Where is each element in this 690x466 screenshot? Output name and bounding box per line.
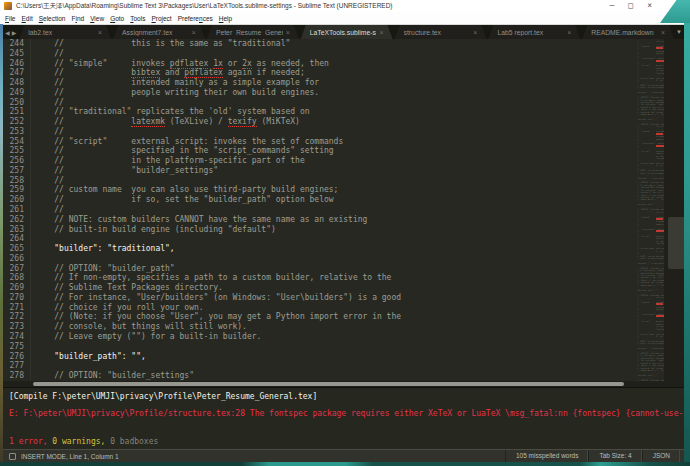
menu-edit[interactable]: Edit [19,15,36,22]
code-line-272[interactable]: // (Note: if you choose "User", you may … [35,312,632,322]
line-number: 265 [3,244,24,254]
menu-tools[interactable]: Tools [127,15,148,22]
tab-scroll-left-icon[interactable]: ◀ [5,29,10,36]
code-line-270[interactable]: // For instance, "User/builders" (on Win… [35,293,632,303]
tab-peter-resume-general-tex[interactable]: Peter_Resume_General.tex× [207,25,299,39]
menu-project[interactable]: Project [148,15,174,22]
menu-goto[interactable]: Goto [107,15,127,22]
build-summary-line: 1 error, 0 warnings, 0 badboxes [9,436,686,447]
line-number: 249 [3,88,24,98]
line-number: 264 [3,234,24,244]
code-line-268[interactable]: // If non-empty, specifies a path to a c… [35,273,632,283]
code-line-271[interactable]: // choice if you roll your own. [35,303,632,313]
code-line-269[interactable]: // Sublime Text Packages directory. [35,283,632,293]
code-line-275[interactable] [35,342,632,352]
code-line-265[interactable]: "builder": "traditional", [35,244,632,254]
tab-lab5-report-tex[interactable]: Lab5 report.tex× [488,25,580,39]
code-line-251[interactable]: // "traditional" replicates the 'old' sy… [35,107,632,117]
tab-close-icon[interactable]: × [379,29,383,36]
line-number: 266 [3,254,24,264]
code-line-255[interactable]: // specified in the "script_commands" se… [35,146,632,156]
sublime-text-window: C:\Users\王天泽\AppData\Roaming\Sublime Tex… [0,0,690,466]
code-line-264[interactable] [35,234,632,244]
code-line-253[interactable]: // [35,127,632,137]
code-line-245[interactable]: // [35,49,632,59]
build-output-panel: [Compile F:\peter\UMJI\privacy\Profile\P… [3,387,690,449]
desktop-wallpaper-left-edge [0,24,3,462]
menu-view[interactable]: View [87,15,107,22]
code-line-247[interactable]: // bibtex and pdflatex again if needed; [35,68,632,78]
code-line-248[interactable]: // intended mainly as a simple example f… [35,78,632,88]
code-line-252[interactable]: // latexmk (TeXLive) / texify (MiKTeX) [35,117,632,127]
code-line-246[interactable]: // "simple" invokes pdflatex 1x or 2x as… [35,59,632,69]
line-number: 278 [3,371,24,381]
tab-label: lab2.tex [28,29,95,36]
line-number: 274 [3,332,24,342]
line-number: 273 [3,322,24,332]
tab-overflow-icon[interactable]: ▼ [676,25,682,39]
build-summary-muted: 0 badboxes [105,437,158,446]
tab-label: Assignment7.tex [122,29,189,36]
tab-close-icon[interactable]: × [192,29,196,36]
code-line-256[interactable]: // in the platform-specific part of the [35,156,632,166]
line-number: 262 [3,215,24,225]
build-compile-line: [Compile F:\peter\UMJI\privacy\Profile\P… [9,391,686,402]
minimap[interactable]: // this is the same as "traditional" // … [632,39,664,381]
line-number: 250 [3,98,24,108]
code-line-261[interactable]: // [35,205,632,215]
code-line-276[interactable]: "builder_path": "", [35,352,632,362]
desktop-wallpaper-right-edge [684,22,690,466]
code-line-259[interactable]: // custom name you can also use third-pa… [35,185,632,195]
tab-label: structure.tex [404,29,471,36]
code-line-266[interactable] [35,254,632,264]
menu-file[interactable]: File [2,15,19,22]
code-line-250[interactable]: // [35,98,632,108]
line-number: 245 [3,49,24,59]
line-number: 268 [3,273,24,283]
tab-structure-tex[interactable]: structure.tex× [395,25,487,39]
code-line-254[interactable]: // "script" external script: invokes the… [35,137,632,147]
code-line-273[interactable]: // console, but things will still work). [35,322,632,332]
line-number: 260 [3,195,24,205]
code-line-278[interactable]: // OPTION: "builder_settings" [35,371,632,381]
tab-close-icon[interactable]: × [286,29,290,36]
line-number: 272 [3,312,24,322]
code-line-267[interactable]: // OPTION: "builder_path" [35,264,632,274]
tab-close-icon[interactable]: × [98,29,102,36]
close-button[interactable]: × [647,0,652,12]
tab-assignment7-tex[interactable]: Assignment7.tex× [113,25,205,39]
tab-close-icon[interactable]: × [661,29,665,36]
tabs-strip: lab2.tex×Assignment7.tex×Peter_Resume_Ge… [19,25,690,39]
code-line-249[interactable]: // people writing their own build engine… [35,88,632,98]
line-number-gutter: 2442452462472482492502512522532542552562… [3,39,31,381]
tab-close-icon[interactable]: × [567,29,571,36]
horizontal-scrollbar[interactable] [3,381,690,387]
tab-close-icon[interactable]: × [473,29,477,36]
code-line-260[interactable]: // if so, set the "builder_path" option … [35,195,632,205]
code-line-258[interactable]: // [35,176,632,186]
status-syntax[interactable]: JSON [642,450,680,462]
code-view[interactable]: // this is the same as "traditional" // … [31,39,632,381]
code-line-274[interactable]: // Leave empty ("") for a built-in build… [35,332,632,342]
line-number: 269 [3,283,24,293]
menu-selection[interactable]: Selection [36,15,69,22]
code-line-257[interactable]: // "builder_settings" [35,166,632,176]
menu-find[interactable]: Find [68,15,87,22]
code-line-262[interactable]: // NOTE: custom builders CANNOT have the… [35,215,632,225]
status-spellcheck-count[interactable]: 105 misspelled words [505,450,589,462]
tab-readme-markdown[interactable]: README.markdown× [582,25,674,39]
menu-help[interactable]: Help [216,15,235,22]
tab-label: LaTeXTools.sublime-settings [310,29,377,36]
menu-preferences[interactable]: Preferences [175,15,216,22]
tab-latextools-sublime-settings[interactable]: LaTeXTools.sublime-settings× [301,25,393,39]
horizontal-scrollbar-thumb[interactable] [33,382,624,386]
tab-lab2-tex[interactable]: lab2.tex× [19,25,111,39]
code-line-277[interactable] [35,361,632,371]
minimize-button[interactable]: – [610,0,615,12]
tab-scroll-right-icon[interactable]: ▶ [12,29,17,36]
code-line-244[interactable]: // this is the same as "traditional" [35,39,632,49]
desktop-wallpaper-bottom-edge [0,462,690,466]
code-line-263[interactable]: // built-in build engine (including "def… [35,225,632,235]
status-tab-size[interactable]: Tab Size: 4 [588,450,641,462]
maximize-button[interactable]: □ [628,0,633,12]
